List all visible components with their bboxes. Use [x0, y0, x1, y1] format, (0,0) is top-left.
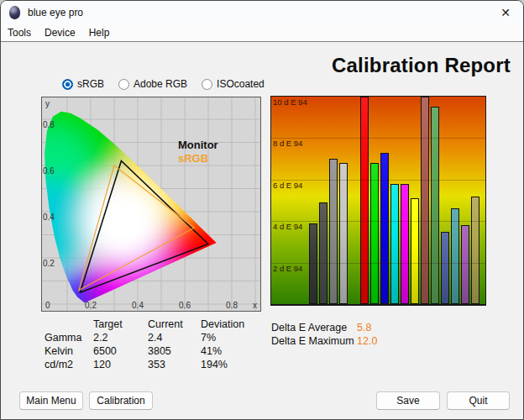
bar-dark-gray: [319, 202, 328, 304]
row-label: cd/m2: [45, 359, 93, 372]
y-tick-label: 0.2: [43, 259, 55, 268]
y-tick-label: 0.4: [43, 213, 55, 222]
deviation-value: 41%: [201, 345, 261, 359]
gridline: [271, 263, 485, 264]
current-value: 353: [148, 359, 201, 372]
row-label: Gamma: [45, 332, 93, 345]
gridline: [271, 221, 485, 222]
delta-row: Delta E Average5.8: [271, 322, 377, 335]
table-header: [45, 318, 93, 332]
radio-label: ISOcoated: [217, 78, 265, 90]
y-axis-label: 10 d E 94: [273, 97, 307, 107]
delta-row: Delta E Maximum12.0: [271, 335, 377, 349]
bar-red: [360, 97, 369, 304]
row-label: Kelvin: [45, 345, 93, 359]
bar-brick: [421, 97, 429, 304]
cie-chart: MonitorsRGByx00.20.40.60.80.20.40.60.8: [41, 97, 261, 312]
bar-olive: [471, 197, 479, 304]
eye-icon: [9, 6, 20, 19]
save-button[interactable]: Save: [376, 391, 440, 410]
bar-group-gray-levels: [309, 97, 348, 304]
bar-blue: [380, 153, 389, 304]
y-axis-label: 8 d E 94: [273, 139, 302, 148]
calibration-button[interactable]: Calibration: [89, 391, 153, 410]
bar-yellow: [411, 198, 419, 304]
bar-groups: [271, 97, 485, 304]
results-table: TargetCurrentDeviationGamma2.22.47%Kelvi…: [45, 318, 261, 372]
table-header: Deviation: [201, 318, 261, 332]
legend-monitor: Monitor: [178, 139, 218, 151]
radio-label: Adobe RGB: [134, 78, 187, 90]
current-value: 3805: [148, 345, 201, 359]
x-tick-label: 0.6: [179, 301, 191, 310]
y-tick-label: 0.6: [43, 166, 55, 176]
y-tick-label: 0.8: [43, 120, 55, 129]
target-value: 6500: [93, 345, 148, 359]
radio-label: sRGB: [77, 78, 104, 90]
cie-chart-svg: MonitorsRGByx00.20.40.60.80.20.40.60.8: [41, 97, 261, 312]
x-tick-label: 0.2: [85, 301, 97, 310]
close-icon[interactable]: ✕: [495, 3, 516, 22]
menu-item-tools[interactable]: Tools: [1, 27, 38, 39]
page-title: Calibration Report: [332, 54, 511, 77]
target-value: 2.2: [93, 332, 148, 345]
x-tick-label: 0.8: [226, 301, 238, 310]
gridline: [271, 180, 485, 181]
y-axis-label: 6 d E 94: [273, 181, 302, 190]
radio-circle-icon: [202, 79, 212, 90]
bar-light-gray: [339, 163, 348, 304]
bar-group-mixed-tones: [421, 97, 479, 304]
window-title: blue eye pro: [28, 7, 83, 18]
delta-e-chart: 10 d E 948 d E 946 d E 944 d E 942 d E 9…: [270, 96, 486, 306]
x-axis-letter: x: [253, 301, 257, 310]
table-header: Target: [93, 318, 148, 332]
delta-label: Delta E Average: [271, 322, 357, 335]
deviation-value: 7%: [201, 332, 261, 345]
y-axis-label: 2 d E 94: [273, 264, 302, 273]
x-tick-label: 0: [45, 301, 50, 310]
app-window: blue eye pro ✕ ToolsDeviceHelp Calibrati…: [0, 0, 524, 420]
content-area: Calibration Report sRGBAdobe RGBISOcoate…: [1, 41, 523, 420]
table-header: Current: [148, 318, 201, 332]
menu-item-help[interactable]: Help: [82, 27, 117, 39]
bar-group-rgbcmy: [360, 97, 419, 304]
target-value: 120: [93, 359, 148, 372]
delta-summary: Delta E Average5.8Delta E Maximum12.0: [271, 322, 377, 349]
menu-item-device[interactable]: Device: [38, 27, 82, 39]
radio-adobe-rgb[interactable]: Adobe RGB: [118, 78, 187, 90]
bar-slate-blue: [441, 232, 449, 304]
gridline: [271, 138, 485, 139]
radio-isocoated[interactable]: ISOcoated: [202, 78, 265, 90]
delta-value: 12.0: [357, 335, 377, 349]
bar-teal: [451, 208, 459, 304]
radio-circle-icon: [118, 79, 129, 90]
bar-black: [309, 223, 317, 304]
deviation-value: 194%: [201, 359, 261, 372]
quit-button[interactable]: Quit: [447, 391, 510, 410]
title-bar: blue eye pro ✕: [1, 1, 523, 24]
bar-gray: [329, 159, 338, 304]
bar-green: [370, 163, 379, 304]
x-tick-label: 0.4: [132, 301, 144, 310]
bar-violet: [461, 225, 469, 304]
profile-options: sRGBAdobe RGBISOcoated: [62, 78, 265, 90]
y-axis-letter: y: [45, 99, 50, 108]
radio-srgb[interactable]: sRGB: [62, 78, 104, 90]
y-axis-label: 4 d E 94: [273, 222, 302, 231]
delta-label: Delta E Maximum: [271, 335, 357, 349]
radio-circle-icon: [62, 79, 73, 90]
legend-srgb: sRGB: [178, 152, 208, 165]
delta-value: 5.8: [357, 322, 371, 335]
bar-magenta: [401, 184, 409, 304]
main-menu-button[interactable]: Main Menu: [19, 391, 83, 410]
menu-bar: ToolsDeviceHelp: [1, 24, 523, 41]
bar-cyan: [390, 184, 399, 304]
bar-mid-green: [431, 107, 439, 304]
current-value: 2.4: [148, 332, 201, 345]
